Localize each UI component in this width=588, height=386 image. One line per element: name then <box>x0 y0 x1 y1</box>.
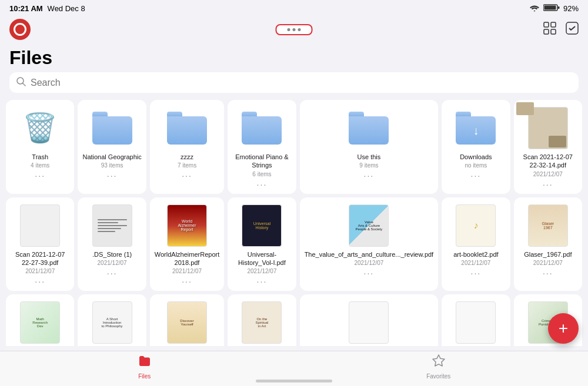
svg-line-9 <box>23 83 25 86</box>
grid-view-button[interactable] <box>543 22 556 38</box>
dots-button[interactable] <box>276 24 313 35</box>
file-thumb-national-geo <box>91 107 133 149</box>
files-grid: 🗑️ Trash 4 items ··· National Geographic… <box>5 99 583 346</box>
file-item-use-this[interactable]: Use this 9 items ··· <box>300 100 439 194</box>
file-more-emotional-piano[interactable]: ··· <box>257 180 268 189</box>
file-item-row3-0[interactable]: MathResearchDev <box>6 294 74 346</box>
files-grid-container: 🗑️ Trash 4 items ··· National Geographic… <box>0 99 588 346</box>
file-item-arts[interactable]: ValueArts & CulturePeople & Society The_… <box>300 197 439 291</box>
file-thumb-history: UniversalHistory <box>240 204 283 247</box>
page-title: Files <box>0 45 588 72</box>
file-more-glaser[interactable]: ··· <box>543 268 553 278</box>
file-item-trash[interactable]: 🗑️ Trash 4 items ··· <box>6 100 74 194</box>
file-thumb-artbooklet: ♪ <box>455 204 497 247</box>
file-more-ds-store[interactable]: ··· <box>107 268 118 278</box>
file-name-downloads: Downloads <box>460 153 492 161</box>
app-logo-inner <box>14 23 26 36</box>
svg-rect-2 <box>557 6 559 9</box>
file-name-emotional-piano: Emotional Piano & Strings <box>232 153 291 170</box>
file-thumb-row3-2: DiscoverYourself <box>166 301 208 344</box>
scan1-thumbnail <box>528 107 568 149</box>
file-meta-history: 2021/12/07 <box>247 268 276 274</box>
file-name-scan2: Scan 2021-12-07 22-27-39.pdf <box>11 250 69 267</box>
search-bar[interactable] <box>9 72 579 93</box>
svg-rect-4 <box>551 22 556 27</box>
search-icon <box>16 77 26 88</box>
file-item-artbooklet[interactable]: ♪ art-booklet2.pdf 2021/12/07 ··· <box>442 197 510 291</box>
select-button[interactable] <box>566 22 579 38</box>
file-more-alzheimer[interactable]: ··· <box>182 277 192 286</box>
file-more-arts[interactable]: ··· <box>364 268 375 278</box>
app-logo[interactable] <box>9 19 31 40</box>
file-name-trash: Trash <box>32 153 48 161</box>
file-thumb-row3-5 <box>455 301 497 344</box>
file-thumb-use-this <box>348 107 390 149</box>
tab-files[interactable]: Files <box>138 354 152 380</box>
file-item-history[interactable]: UniversalHistory Universal-History_Vol-I… <box>228 197 296 291</box>
file-item-scan1[interactable]: Scan 2021-12-07 22-32-14.pdf 2021/12/07 … <box>514 100 582 194</box>
file-meta-ds-store: 2021/12/07 <box>98 260 127 266</box>
file-more-national-geo[interactable]: ··· <box>107 171 118 180</box>
file-meta-downloads: no items <box>465 162 487 169</box>
file-more-use-this[interactable]: ··· <box>364 171 375 180</box>
file-meta-national-geo: 93 items <box>101 162 123 169</box>
file-item-scan2[interactable]: Scan 2021-12-07 22-27-39.pdf 2021/12/07 … <box>6 197 74 291</box>
file-more-trash[interactable]: ··· <box>35 171 45 180</box>
file-more-scan2[interactable]: ··· <box>35 277 45 286</box>
file-name-alzheimer: WorldAlzheimerReport 2018.pdf <box>155 250 219 267</box>
file-item-row3-1[interactable]: A ShortIntroductionto Philosophy <box>78 294 146 346</box>
svg-marker-10 <box>433 355 445 366</box>
file-item-emotional-piano[interactable]: Emotional Piano & Strings 6 items ··· <box>228 100 296 194</box>
file-more-zzzz[interactable]: ··· <box>182 171 192 180</box>
file-thumb-glaser: Glaser1967 <box>527 204 569 247</box>
tab-favorites[interactable]: Favorites <box>426 354 450 380</box>
file-item-row3-3[interactable]: On theSpiritualin Art <box>228 294 296 346</box>
file-meta-trash: 4 items <box>31 162 49 169</box>
file-item-row3-5[interactable] <box>442 294 510 346</box>
file-more-artbooklet[interactable]: ··· <box>471 268 482 278</box>
file-more-scan1[interactable]: ··· <box>543 180 553 189</box>
folder-icon-use-this <box>349 112 389 145</box>
file-meta-emotional-piano: 6 items <box>252 171 271 177</box>
svg-rect-3 <box>544 22 549 27</box>
file-thumb-row3-4 <box>348 301 390 344</box>
file-meta-use-this: 9 items <box>359 162 378 169</box>
file-thumb-scan2 <box>19 204 61 247</box>
file-thumb-scan1 <box>527 107 569 149</box>
home-indicator <box>256 380 332 382</box>
file-item-national-geo[interactable]: National Geographic 93 items ··· <box>78 100 146 194</box>
file-meta-artbooklet: 2021/12/07 <box>461 260 490 266</box>
glaser-thumbnail: Glaser1967 <box>528 204 568 247</box>
row3-3-thumbnail: On theSpiritualin Art <box>242 301 282 344</box>
file-item-glaser[interactable]: Glaser1967 Glaser_1967.pdf 2021/12/07 ··… <box>514 197 582 291</box>
file-item-row3-4[interactable] <box>300 294 439 346</box>
tab-favorites-label: Favorites <box>426 373 450 380</box>
files-tab-icon <box>138 354 152 371</box>
file-item-zzzz[interactable]: zzzz 7 items ··· <box>150 100 224 194</box>
file-name-ds-store: .DS_Store (1) <box>92 250 132 259</box>
file-item-row3-2[interactable]: DiscoverYourself <box>150 294 224 346</box>
folder-icon-national-geo <box>92 112 132 145</box>
status-icons: 92% <box>529 4 579 14</box>
row3-5-thumbnail <box>456 301 496 344</box>
battery-percent: 92% <box>563 4 579 13</box>
file-item-downloads[interactable]: Downloads no items ··· <box>442 100 510 194</box>
file-name-glaser: Glaser_1967.pdf <box>524 250 572 259</box>
file-thumb-emotional-piano <box>240 107 283 149</box>
file-more-history[interactable]: ··· <box>257 277 268 286</box>
file-more-downloads[interactable]: ··· <box>471 171 482 180</box>
dot1 <box>288 28 290 31</box>
wifi-icon <box>529 4 540 12</box>
file-thumb-zzzz <box>166 107 208 149</box>
file-meta-scan2: 2021/12/07 <box>25 268 55 274</box>
file-name-national-geo: National Geographic <box>82 153 141 161</box>
file-thumb-alzheimer: WorldAlzheimerReport <box>166 204 208 247</box>
file-item-alzheimer[interactable]: WorldAlzheimerReport WorldAlzheimerRepor… <box>150 197 224 291</box>
search-input[interactable] <box>31 78 572 88</box>
fab-add-button[interactable]: + <box>548 313 579 344</box>
file-thumb-trash: 🗑️ <box>19 107 61 149</box>
file-thumb-arts: ValueArts & CulturePeople & Society <box>348 204 390 247</box>
scan2-thumbnail <box>20 204 60 247</box>
dot2 <box>293 28 296 31</box>
file-item-ds-store[interactable]: .DS_Store (1) 2021/12/07 ··· <box>78 197 146 291</box>
